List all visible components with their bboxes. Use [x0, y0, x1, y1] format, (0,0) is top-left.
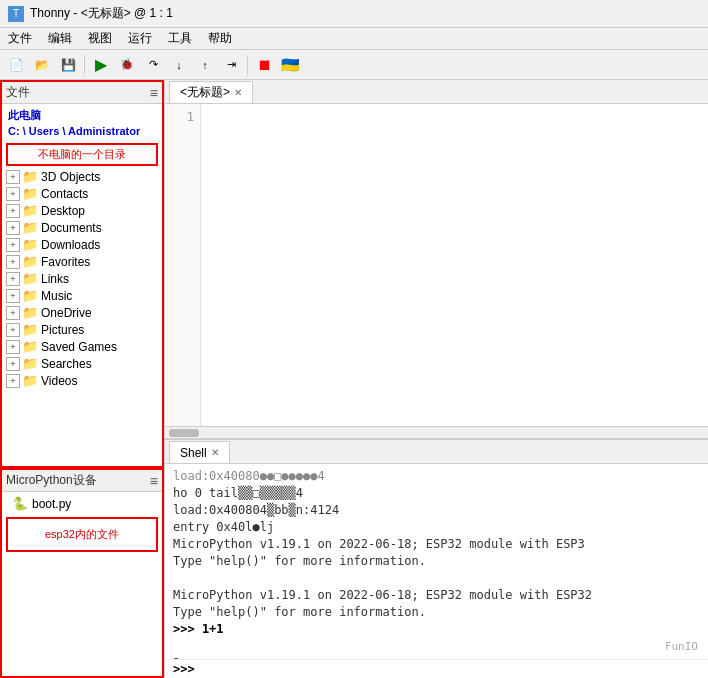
save-button[interactable]: 💾 [56, 53, 80, 77]
folder-icon-links: 📁 [22, 271, 38, 286]
folder-icon-pictures: 📁 [22, 322, 38, 337]
code-editor: 1 [165, 104, 708, 426]
tree-item-3dobjects[interactable]: + 📁 3D Objects [2, 168, 162, 185]
folder-icon-documents: 📁 [22, 220, 38, 235]
h-scroll-thumb[interactable] [169, 429, 199, 437]
shell-prompt: >>> [173, 662, 195, 676]
tab-close-untitled[interactable]: ✕ [234, 87, 242, 98]
tree-label-downloads: Downloads [41, 238, 100, 252]
expand-pictures[interactable]: + [6, 323, 20, 337]
flag-button[interactable]: 🇺🇦 [278, 53, 302, 77]
shell-line-7: MicroPython v1.19.1 on 2022-06-18; ESP32… [173, 587, 700, 604]
tree-item-favorites[interactable]: + 📁 Favorites [2, 253, 162, 270]
shell-tab-close[interactable]: ✕ [211, 447, 219, 458]
stop-button[interactable]: ⏹ [252, 53, 276, 77]
right-panel: <无标题> ✕ 1 Shell ✕ load:0x40080●●□● [165, 80, 708, 678]
tree-label-music: Music [41, 289, 72, 303]
tree-item-downloads[interactable]: + 📁 Downloads [2, 236, 162, 253]
toolbar-sep-1 [84, 55, 85, 75]
expand-downloads[interactable]: + [6, 238, 20, 252]
menu-bar: 文件 编辑 视图 运行 工具 帮助 [0, 28, 708, 50]
menu-help[interactable]: 帮助 [200, 28, 240, 49]
shell-panel: Shell ✕ load:0x40080●●□●●●●●4 ho 0 tail▒… [165, 438, 708, 678]
app-icon: T [8, 6, 24, 22]
step-out-button[interactable]: ↑ [193, 53, 217, 77]
tree-item-savedgames[interactable]: + 📁 Saved Games [2, 338, 162, 355]
open-button[interactable]: 📂 [30, 53, 54, 77]
folder-icon-3dobjects: 📁 [22, 169, 38, 184]
shell-tabs: Shell ✕ [165, 440, 708, 464]
tree-location[interactable]: 此电脑 [2, 106, 162, 125]
micro-panel-title: MicroPython设备 [6, 472, 97, 489]
file-tree[interactable]: 此电脑 C: \ Users \ Administrator 不电脑的一个目录 … [2, 104, 162, 466]
file-panel-title: 文件 [6, 84, 30, 101]
expand-favorites[interactable]: + [6, 255, 20, 269]
micro-panel: MicroPython设备 ≡ 🐍 boot.py esp32内的文件 [0, 468, 164, 678]
tab-shell[interactable]: Shell ✕ [169, 441, 230, 463]
tree-item-music[interactable]: + 📁 Music [2, 287, 162, 304]
tree-item-searches[interactable]: + 📁 Searches [2, 355, 162, 372]
expand-videos[interactable]: + [6, 374, 20, 388]
tree-label-pictures: Pictures [41, 323, 84, 337]
expand-documents[interactable]: + [6, 221, 20, 235]
file-panel: 文件 ≡ 此电脑 C: \ Users \ Administrator 不电脑的… [0, 80, 164, 468]
tree-path: C: \ Users \ Administrator [2, 125, 162, 141]
tree-label-documents: Documents [41, 221, 102, 235]
shell-input-line[interactable]: >>> [165, 659, 708, 678]
shell-line-blank1 [173, 570, 700, 587]
step-over-button[interactable]: ↷ [141, 53, 165, 77]
menu-tools[interactable]: 工具 [160, 28, 200, 49]
step-into-button[interactable]: ↓ [167, 53, 191, 77]
file-panel-header: 文件 ≡ [2, 82, 162, 104]
debug-button[interactable]: 🐞 [115, 53, 139, 77]
shell-line-6: Type "help()" for more information. [173, 553, 700, 570]
expand-searches[interactable]: + [6, 357, 20, 371]
tab-untitled[interactable]: <无标题> ✕ [169, 81, 253, 103]
expand-onedrive[interactable]: + [6, 306, 20, 320]
run-button[interactable]: ▶ [89, 53, 113, 77]
line-num-1: 1 [165, 108, 200, 126]
tree-label-3dobjects: 3D Objects [41, 170, 100, 184]
tree-item-onedrive[interactable]: + 📁 OneDrive [2, 304, 162, 321]
menu-view[interactable]: 视图 [80, 28, 120, 49]
tree-item-desktop[interactable]: + 📁 Desktop [2, 202, 162, 219]
tree-item-links[interactable]: + 📁 Links [2, 270, 162, 287]
micro-tree[interactable]: 🐍 boot.py esp32内的文件 [2, 492, 162, 676]
shell-line-5: MicroPython v1.19.1 on 2022-06-18; ESP32… [173, 536, 700, 553]
folder-icon-desktop: 📁 [22, 203, 38, 218]
micro-panel-menu-icon[interactable]: ≡ [150, 473, 158, 489]
pc-annotation: 不电脑的一个目录 [6, 143, 158, 166]
title-bar: T Thonny - <无标题> @ 1 : 1 [0, 0, 708, 28]
shell-line-blank2 [173, 638, 700, 655]
micro-file-label: boot.py [32, 497, 71, 511]
tree-label-links: Links [41, 272, 69, 286]
toolbar-sep-2 [247, 55, 248, 75]
main-area: 文件 ≡ 此电脑 C: \ Users \ Administrator 不电脑的… [0, 80, 708, 678]
tree-item-videos[interactable]: + 📁 Videos [2, 372, 162, 389]
folder-icon-onedrive: 📁 [22, 305, 38, 320]
menu-edit[interactable]: 编辑 [40, 28, 80, 49]
folder-icon-savedgames: 📁 [22, 339, 38, 354]
new-button[interactable]: 📄 [4, 53, 28, 77]
code-area[interactable] [201, 104, 708, 426]
tree-item-contacts[interactable]: + 📁 Contacts [2, 185, 162, 202]
shell-content[interactable]: load:0x40080●●□●●●●●4 ho 0 tail▒▒□▒▒▒▒▒4… [165, 464, 708, 659]
expand-music[interactable]: + [6, 289, 20, 303]
horizontal-scrollbar[interactable] [165, 426, 708, 438]
resume-button[interactable]: ⇥ [219, 53, 243, 77]
tree-item-documents[interactable]: + 📁 Documents [2, 219, 162, 236]
expand-contacts[interactable]: + [6, 187, 20, 201]
expand-savedgames[interactable]: + [6, 340, 20, 354]
folder-icon-videos: 📁 [22, 373, 38, 388]
micro-file-boot[interactable]: 🐍 boot.py [2, 494, 162, 513]
tree-item-pictures[interactable]: + 📁 Pictures [2, 321, 162, 338]
menu-file[interactable]: 文件 [0, 28, 40, 49]
shell-line-4: entry 0x40l●lj [173, 519, 700, 536]
expand-desktop[interactable]: + [6, 204, 20, 218]
shell-tab-label: Shell [180, 446, 207, 460]
expand-3dobjects[interactable]: + [6, 170, 20, 184]
file-panel-menu-icon[interactable]: ≡ [150, 85, 158, 101]
shell-line-result: 2 [173, 655, 700, 659]
menu-run[interactable]: 运行 [120, 28, 160, 49]
expand-links[interactable]: + [6, 272, 20, 286]
